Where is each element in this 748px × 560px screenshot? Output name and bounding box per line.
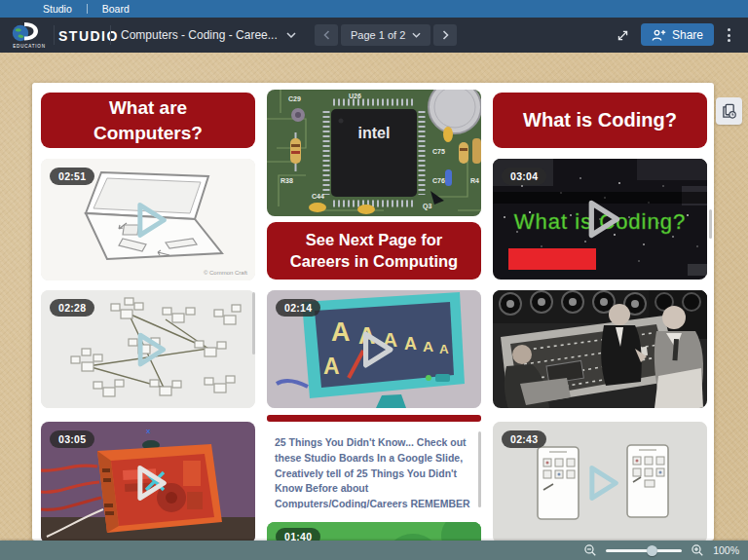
- video-tile-what-are-computers[interactable]: 02:51 © Common Craft: [41, 159, 255, 280]
- canvas-area: What are Computers? 02:51: [0, 53, 748, 541]
- video-tile-inside-computer[interactable]: x 03:05: [41, 422, 255, 541]
- chevron-down-icon: [412, 32, 421, 38]
- share-button[interactable]: Share: [641, 23, 714, 46]
- diagonal-resize-icon: [616, 28, 630, 43]
- video-tile-typing[interactable]: A A A A A A A 02:14: [267, 290, 481, 408]
- app-bar: EDUCATION STUDIO Computers - Coding - Ca…: [0, 18, 748, 53]
- zoom-slider[interactable]: [606, 544, 682, 556]
- person-plus-icon: [652, 28, 666, 42]
- play-icon: [120, 192, 176, 248]
- play-icon: [120, 455, 176, 511]
- circuit-board-illustration: intel C29 U26 R38: [267, 90, 481, 216]
- red-divider-tile-edge: [267, 415, 481, 422]
- duration-badge: 03:05: [50, 430, 94, 448]
- copy-page-icon: [722, 103, 736, 119]
- globe-d-logo-icon: [10, 20, 49, 42]
- zoom-out-button[interactable]: [583, 543, 597, 557]
- banner-tile-what-are-computers[interactable]: What are Computers?: [41, 93, 255, 148]
- banner-text: What are Computers?: [80, 95, 216, 144]
- prev-page-button[interactable]: [315, 24, 338, 46]
- status-bar: 100%: [0, 541, 748, 560]
- banner-tile-see-next-page[interactable]: See Next Page for Careers in Computing: [267, 222, 481, 280]
- zoom-slider-track: [606, 549, 682, 552]
- top-nav: Studio Board: [0, 0, 748, 18]
- page-indicator-dropdown[interactable]: Page 1 of 2: [341, 24, 430, 46]
- share-label: Share: [672, 28, 703, 42]
- video-tile-networks[interactable]: 02:28: [41, 290, 255, 408]
- play-icon: [570, 189, 630, 249]
- kebab-dot: [728, 34, 730, 37]
- nav-studio-link[interactable]: Studio: [43, 3, 72, 15]
- pcb-label: R38: [280, 177, 293, 184]
- column-scrollbar[interactable]: [252, 292, 255, 355]
- text-tile-25-things[interactable]: 25 Things You Didn't Know... Check out t…: [267, 429, 481, 508]
- chevron-right-icon: [442, 30, 449, 40]
- play-icon: [121, 322, 175, 377]
- banner-tile-what-is-coding[interactable]: What is Coding?: [493, 93, 707, 148]
- note-text: 25 Things You Didn't Know... Check out t…: [275, 436, 470, 508]
- pcb-label: C29: [288, 95, 301, 102]
- logo-caption: EDUCATION: [9, 44, 50, 49]
- page-navigation: Page 1 of 2: [315, 24, 457, 46]
- duration-badge: 03:04: [502, 168, 546, 185]
- overflow-menu-button[interactable]: [719, 25, 738, 45]
- duration-badge: 02:28: [50, 299, 94, 317]
- board-title: Computers - Coding - Caree...: [121, 28, 278, 42]
- duration-badge: 01:40: [276, 528, 320, 541]
- zoom-in-button[interactable]: [691, 543, 704, 557]
- board-title-dropdown[interactable]: Computers - Coding - Caree...: [121, 18, 296, 53]
- pcb-label: C75: [432, 148, 445, 155]
- vintage-computer-photo-illustration: [493, 290, 707, 408]
- kebab-dot: [728, 39, 730, 42]
- column-scrollbar[interactable]: [478, 431, 481, 507]
- pcb-label: C44: [312, 193, 324, 200]
- next-page-button[interactable]: [433, 24, 457, 46]
- appbar-divider: [110, 25, 111, 45]
- magnifier-minus-icon: [583, 543, 597, 557]
- intel-logo-text: intel: [358, 125, 391, 141]
- discovery-education-logo[interactable]: EDUCATION: [9, 20, 50, 50]
- image-tile-mainframe-photo[interactable]: [493, 290, 707, 408]
- kebab-dot: [728, 28, 730, 31]
- page-indicator-label: Page 1 of 2: [351, 29, 405, 41]
- board-preview-button[interactable]: [716, 97, 742, 125]
- duration-badge: 02:14: [276, 299, 320, 317]
- expand-button[interactable]: [612, 25, 633, 45]
- app-window: Studio Board EDUCATION STUDIO Computers …: [0, 0, 748, 560]
- chevron-down-icon: [286, 32, 296, 38]
- appbar-divider: [54, 25, 55, 45]
- board-canvas: What are Computers? 02:51: [32, 83, 714, 541]
- video-credit: © Common Craft: [204, 270, 247, 276]
- magnifier-plus-icon: [691, 543, 704, 557]
- play-icon: [345, 320, 403, 379]
- nav-board-link[interactable]: Board: [102, 3, 130, 15]
- video-tile-green[interactable]: 01:40: [267, 522, 481, 541]
- duration-badge: 02:43: [502, 430, 546, 448]
- pcb-label: U26: [349, 93, 361, 99]
- pcb-label: Q3: [423, 203, 431, 210]
- banner-text: See Next Page for Careers in Computing: [277, 230, 471, 273]
- nav-divider: [87, 4, 88, 14]
- zoom-slider-thumb[interactable]: [647, 545, 657, 556]
- pcb-label: C76: [432, 177, 445, 184]
- video-tile-what-is-coding[interactable]: What is Coding? 03:04: [493, 159, 707, 280]
- banner-text: What is Coding?: [523, 107, 677, 132]
- video-tile-smartphones[interactable]: 02:43: [493, 422, 707, 541]
- image-tile-intel-chip[interactable]: intel C29 U26 R38: [267, 90, 481, 216]
- pcb-label: R4: [470, 177, 479, 184]
- column-scrollbar[interactable]: [709, 209, 712, 239]
- zoom-level-label: 100%: [713, 544, 739, 556]
- play-icon: [572, 455, 628, 511]
- duration-badge: 02:51: [50, 168, 94, 185]
- chevron-left-icon: [323, 30, 330, 40]
